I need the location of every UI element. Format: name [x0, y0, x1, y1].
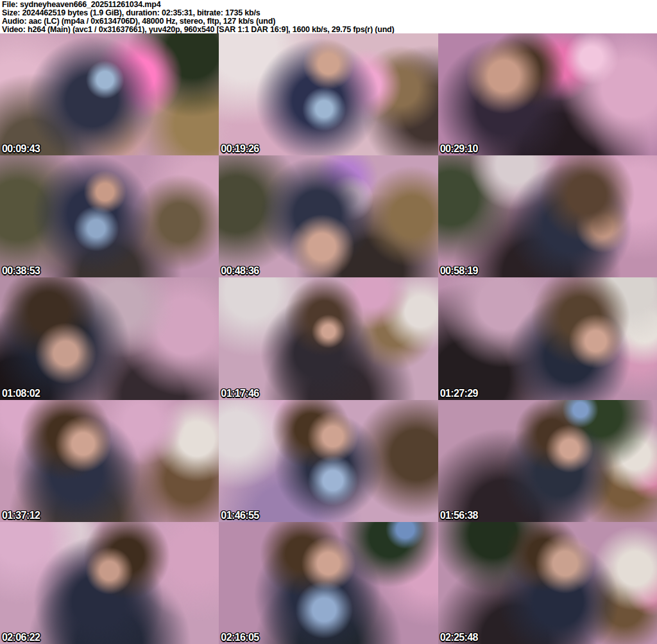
timestamp-label: 02:25:48 — [440, 632, 478, 643]
timestamp-label: 00:38:53 — [2, 266, 40, 276]
timestamp-label: 01:56:38 — [440, 510, 478, 521]
timestamp-label: 01:27:29 — [440, 388, 478, 399]
timestamp-label: 01:08:02 — [2, 388, 40, 399]
video-thumbnail: 01:56:38 — [438, 400, 657, 522]
timestamp-label: 01:37:12 — [2, 510, 40, 521]
video-thumbnail: 00:58:19 — [438, 155, 657, 277]
timestamp-label: 01:17:46 — [221, 388, 259, 399]
video-thumbnail: 01:08:02 — [0, 277, 219, 399]
timestamp-label: 00:48:36 — [221, 266, 259, 276]
video-thumbnail: 01:27:29 — [438, 277, 657, 399]
contact-sheet: File: sydneyheaven666_202511261034.mp4 S… — [0, 0, 657, 644]
video-thumbnail: 00:48:36 — [219, 155, 438, 277]
timestamp-label: 02:16:05 — [221, 632, 259, 643]
timestamp-label: 00:58:19 — [440, 266, 478, 276]
video-thumbnail: 01:17:46 — [219, 277, 438, 399]
timestamp-label: 00:19:26 — [221, 144, 259, 154]
video-thumbnail: 00:09:43 — [0, 33, 219, 155]
video-thumbnail: 02:25:48 — [438, 522, 657, 644]
video-thumbnail: 01:37:12 — [0, 400, 219, 522]
video-thumbnail: 02:16:05 — [219, 522, 438, 644]
timestamp-label: 01:46:55 — [221, 510, 259, 521]
video-thumbnail: 00:38:53 — [0, 155, 219, 277]
video-thumbnail: 02:06:22 — [0, 522, 219, 644]
timestamp-label: 00:09:43 — [2, 144, 40, 154]
file-metadata-header: File: sydneyheaven666_202511261034.mp4 S… — [0, 0, 657, 33]
thumbnail-grid: 00:09:4300:19:2600:29:1000:38:5300:48:36… — [0, 33, 657, 644]
video-thumbnail: 00:29:10 — [438, 33, 657, 155]
video-thumbnail: 01:46:55 — [219, 400, 438, 522]
video-thumbnail: 00:19:26 — [219, 33, 438, 155]
timestamp-label: 00:29:10 — [440, 144, 478, 154]
timestamp-label: 02:06:22 — [2, 632, 40, 643]
